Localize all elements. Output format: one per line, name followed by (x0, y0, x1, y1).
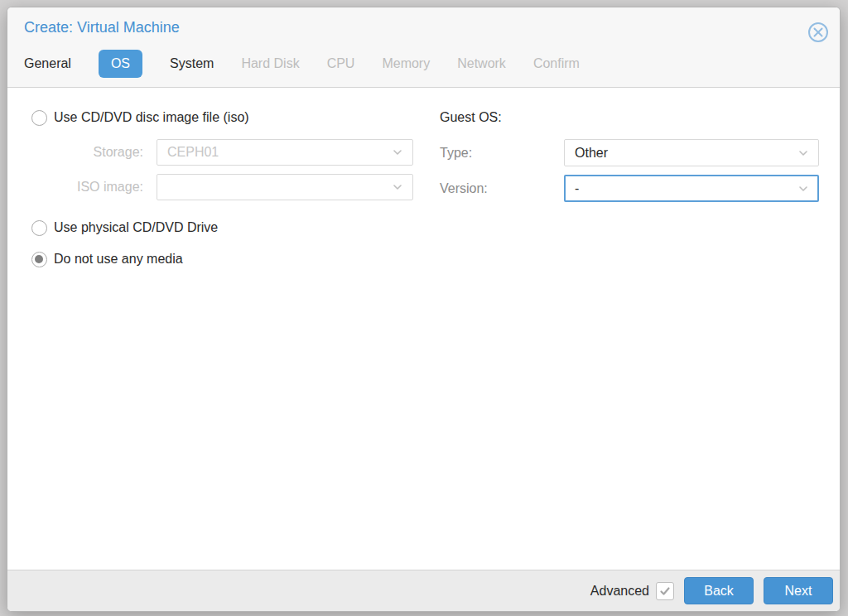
radio-no-media[interactable]: Do not use any media (31, 249, 430, 269)
wizard-tabs: General OS System Hard Disk CPU Memory N… (24, 49, 823, 79)
radio-icon (31, 220, 47, 236)
os-version-field-row: Version: - (440, 175, 823, 202)
radio-icon (31, 110, 47, 126)
os-version-select[interactable]: - (564, 175, 819, 202)
next-button[interactable]: Next (764, 577, 833, 604)
guest-os-heading: Guest OS: (440, 108, 823, 128)
iso-image-label: ISO image: (24, 180, 143, 195)
radio-no-media-label: Do not use any media (54, 252, 183, 267)
tab-os[interactable]: OS (99, 50, 142, 78)
os-type-label: Type: (440, 146, 564, 161)
chevron-down-icon (797, 182, 810, 195)
chevron-down-icon (391, 180, 404, 194)
chevron-down-icon (391, 146, 404, 159)
os-type-field-row: Type: Other (440, 139, 823, 166)
dialog-footer: Advanced Back Next (7, 570, 840, 611)
tab-system[interactable]: System (170, 50, 214, 78)
radio-selected-icon (31, 252, 47, 267)
os-type-select[interactable]: Other (564, 139, 819, 166)
guest-os-column: Guest OS: Type: Other Version: - (430, 108, 823, 570)
dialog-header: Create: Virtual Machine General OS Syste… (7, 7, 840, 88)
dialog-title: Create: Virtual Machine (24, 17, 823, 36)
checkmark-icon (659, 585, 671, 597)
os-version-label: Version: (440, 181, 564, 196)
close-icon[interactable] (807, 22, 829, 43)
advanced-checkbox[interactable] (656, 582, 674, 600)
radio-use-iso[interactable]: Use CD/DVD disc image file (iso) (31, 108, 430, 128)
chevron-down-icon (797, 147, 810, 160)
tab-memory[interactable]: Memory (382, 50, 430, 78)
iso-image-field-row: ISO image: (24, 174, 430, 200)
tab-hard-disk[interactable]: Hard Disk (241, 50, 299, 78)
os-step-panel: Use CD/DVD disc image file (iso) Storage… (7, 88, 840, 570)
os-version-value: - (575, 181, 797, 196)
advanced-label: Advanced (590, 584, 649, 599)
tab-cpu[interactable]: CPU (327, 50, 355, 78)
media-column: Use CD/DVD disc image file (iso) Storage… (24, 108, 430, 570)
storage-value: CEPH01 (167, 145, 391, 160)
storage-field-row: Storage: CEPH01 (24, 139, 430, 166)
radio-use-iso-label: Use CD/DVD disc image file (iso) (54, 110, 249, 125)
tab-confirm[interactable]: Confirm (533, 50, 580, 78)
tab-general[interactable]: General (24, 50, 71, 78)
os-type-value: Other (575, 146, 797, 161)
create-vm-dialog: Create: Virtual Machine General OS Syste… (7, 7, 841, 612)
tab-network[interactable]: Network (457, 50, 506, 78)
iso-image-select[interactable] (157, 174, 413, 200)
radio-physical-drive-label: Use physical CD/DVD Drive (54, 220, 218, 235)
radio-physical-drive[interactable]: Use physical CD/DVD Drive (31, 218, 430, 238)
back-button[interactable]: Back (684, 577, 754, 604)
storage-select[interactable]: CEPH01 (157, 139, 413, 166)
storage-label: Storage: (24, 145, 143, 160)
